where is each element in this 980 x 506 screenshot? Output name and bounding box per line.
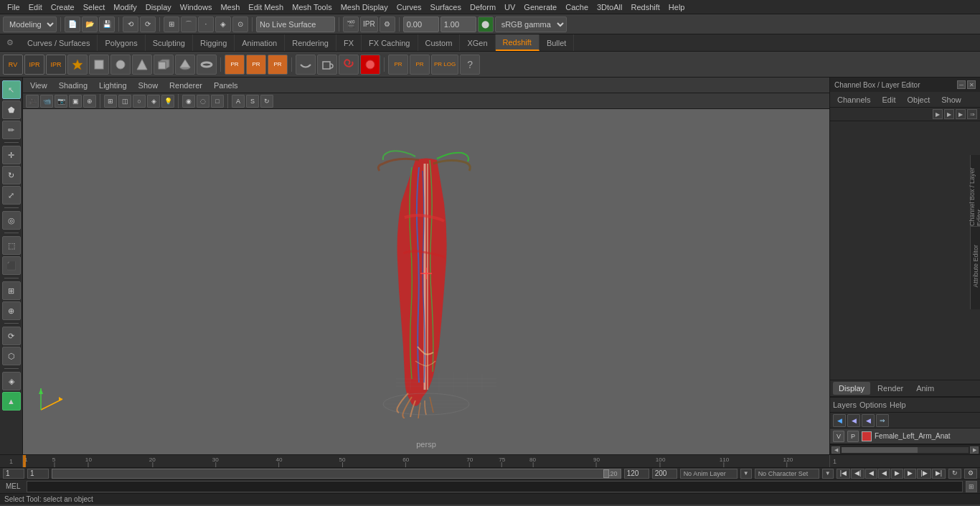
viewport-menu-lighting[interactable]: Lighting	[96, 80, 130, 91]
paint-tool-button[interactable]: ✏	[2, 121, 21, 139]
rp-tab-edit[interactable]: Edit	[877, 94, 900, 106]
shelf-btn-spiral[interactable]	[339, 55, 359, 75]
anim-end-input[interactable]	[652, 469, 677, 479]
shelf-btn-rs2[interactable]: PR	[246, 55, 266, 75]
soft-select-button[interactable]: ◎	[2, 211, 21, 230]
mel-expand-button[interactable]: ⊞	[966, 481, 977, 492]
help-label[interactable]: Help	[890, 400, 906, 409]
gamma-button[interactable]: ⬤	[478, 17, 494, 32]
shelf-btn-obj3[interactable]	[132, 55, 152, 75]
menu-windows[interactable]: Windows	[176, 1, 217, 13]
menu-editmesh[interactable]: Edit Mesh	[244, 1, 288, 13]
node-editor-button[interactable]: ⬡	[2, 347, 21, 365]
playback-skip-end[interactable]: ▶|	[932, 469, 946, 479]
playback-play-back[interactable]: ◀	[878, 469, 890, 479]
tab-polygons[interactable]: Polygons	[98, 34, 145, 51]
options-label[interactable]: Options	[859, 400, 887, 409]
render-view-button[interactable]: 🎬	[343, 17, 359, 32]
snap-grid-button[interactable]: ⊞	[164, 17, 179, 32]
char-set-dropdown-arrow[interactable]: ▼	[822, 469, 834, 479]
menu-edit[interactable]: Edit	[24, 1, 47, 13]
menu-cache[interactable]: Cache	[561, 1, 593, 13]
menu-generate[interactable]: Generate	[519, 1, 561, 13]
layer-add-icon[interactable]: ⇒	[876, 414, 889, 427]
vt-xray[interactable]: ◌	[197, 95, 209, 108]
scroll-right-arrow[interactable]: ▶	[970, 446, 979, 454]
playback-play[interactable]: ▶	[891, 469, 903, 479]
tab-sculpting[interactable]: Sculpting	[146, 34, 193, 51]
scroll-left-arrow[interactable]: ◀	[831, 446, 840, 454]
shelf-btn-mat2[interactable]: PR	[410, 55, 430, 75]
layer-hidden-icon[interactable]: ◀	[847, 414, 860, 427]
shelf-btn-mat1[interactable]: PR	[388, 55, 408, 75]
menu-display[interactable]: Display	[141, 1, 176, 13]
tab-curves-surfaces[interactable]: Curves / Surfaces	[20, 34, 98, 51]
vt-camera3[interactable]: 📷	[55, 95, 67, 108]
vt-aa[interactable]: A	[232, 95, 245, 108]
shelf-btn-obj2[interactable]	[110, 55, 131, 75]
snap-point-button[interactable]: ·	[198, 17, 214, 32]
vt-refresh[interactable]: ↻	[260, 95, 273, 108]
rp-tab-object[interactable]: Object	[903, 94, 934, 106]
vt-isolate[interactable]: ◉	[182, 95, 195, 108]
playback-skip-start[interactable]: |◀	[837, 469, 850, 479]
shelf-btn-rv[interactable]: RV	[3, 55, 23, 75]
camera-rotate-button[interactable]: ⟳	[2, 327, 21, 345]
open-scene-button[interactable]: 📂	[82, 17, 98, 32]
shelf-btn-bowl[interactable]	[296, 55, 316, 75]
playback-range-bar[interactable]: 120	[52, 469, 621, 479]
no-live-surface-input[interactable]: No Live Surface	[256, 17, 335, 32]
playback-settings[interactable]: ⚙	[964, 469, 977, 479]
shelf-btn-mug[interactable]	[317, 55, 337, 75]
snap-live-button[interactable]: ⊙	[232, 17, 248, 32]
shelf-btn-torus[interactable]	[197, 55, 217, 75]
workspace-dropdown[interactable]: Modeling	[3, 17, 57, 32]
menu-meshtools[interactable]: Mesh Tools	[288, 1, 336, 13]
undo-button[interactable]: ⟲	[123, 17, 138, 32]
render-settings-button[interactable]: ⚙	[380, 17, 395, 32]
rp-tab-show[interactable]: Show	[937, 94, 966, 106]
vt-light[interactable]: 💡	[161, 95, 174, 108]
rp-scrollbar[interactable]: ◀ ▶	[830, 444, 980, 454]
layer-visible-icon[interactable]: ◀	[833, 414, 846, 427]
menu-modify[interactable]: Modify	[109, 1, 141, 13]
vt-wire[interactable]: ◫	[118, 95, 131, 108]
coord-x-input[interactable]	[403, 17, 439, 32]
tab-rendering[interactable]: Rendering	[285, 34, 336, 51]
shelf-btn-record[interactable]: IPR	[24, 55, 44, 75]
anim-layer-dropdown[interactable]: No Anim Layer	[680, 469, 738, 479]
anim-layer-dropdown-arrow[interactable]: ▼	[740, 469, 752, 479]
layer-color-swatch[interactable]	[862, 431, 872, 441]
current-frame-input[interactable]	[27, 469, 49, 479]
playback-prev-frame[interactable]: ◀	[865, 469, 877, 479]
tab-animation[interactable]: Animation	[235, 34, 285, 51]
playback-prev-key[interactable]: ◀|	[851, 469, 864, 479]
attribute-editor-tab[interactable]: Attribute Editor	[970, 223, 980, 309]
layer-v-button[interactable]: V	[833, 431, 844, 442]
rp-tab-channels[interactable]: Channels	[833, 94, 875, 106]
menu-uv[interactable]: UV	[500, 1, 519, 13]
vt-camera1[interactable]: 🎥	[26, 95, 39, 108]
snap-curve-button[interactable]: ⌒	[181, 17, 197, 32]
menu-3dtoall[interactable]: 3DtoAll	[593, 1, 626, 13]
rp-tab-anim[interactable]: Anim	[910, 382, 940, 395]
new-scene-button[interactable]: 📄	[65, 17, 80, 32]
menu-deform[interactable]: Deform	[466, 1, 500, 13]
channel-box-side-tab[interactable]: Channel Box / Layer Editor	[970, 155, 980, 227]
vt-smooth[interactable]: ○	[133, 95, 146, 108]
vt-snap1[interactable]: ▣	[69, 95, 82, 108]
scroll-thumb[interactable]	[842, 447, 918, 453]
tab-fx-caching[interactable]: FX Caching	[362, 34, 418, 51]
arnold-render-button[interactable]: ▲	[2, 392, 21, 411]
char-set-dropdown[interactable]: No Character Set	[755, 469, 819, 479]
tab-bullet[interactable]: Bullet	[540, 34, 575, 51]
vt-camera2[interactable]: 📹	[40, 95, 53, 108]
timeline-end-input[interactable]	[624, 469, 649, 479]
rp-arrow-right3[interactable]: ▶	[956, 109, 966, 119]
coord-y-input[interactable]	[440, 17, 476, 32]
viewport-menu-show[interactable]: Show	[136, 80, 161, 91]
redo-button[interactable]: ⟳	[140, 17, 156, 32]
menu-meshdisplay[interactable]: Mesh Display	[336, 1, 392, 13]
marquee-button[interactable]: ⬛	[2, 256, 21, 275]
save-scene-button[interactable]: 💾	[99, 17, 115, 32]
